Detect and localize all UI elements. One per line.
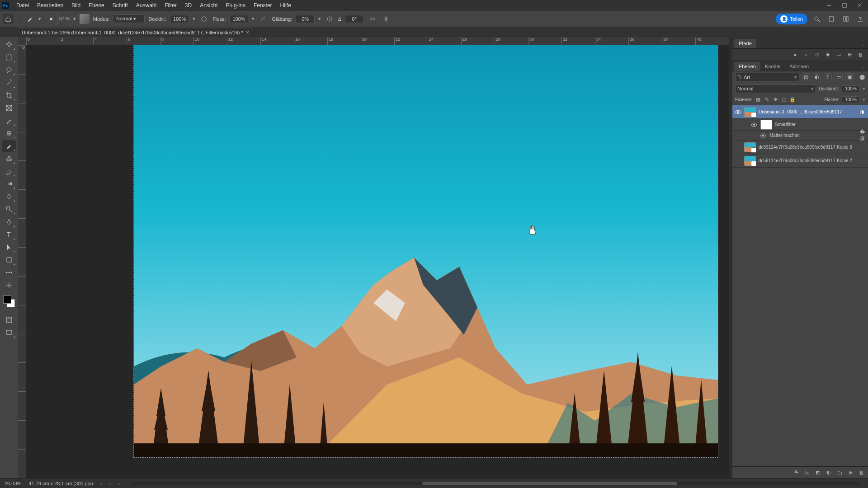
arrange-icon[interactable] bbox=[841, 14, 851, 24]
menu-plugins[interactable]: Plug-ins bbox=[222, 0, 249, 10]
opacity-input[interactable]: 100% bbox=[170, 15, 189, 23]
delete-path-icon[interactable]: 🗑 bbox=[857, 52, 863, 58]
fx-icon[interactable]: fx bbox=[804, 469, 810, 476]
tab-pfade[interactable]: Pfade bbox=[734, 39, 756, 48]
layer-name[interactable]: dc59124e7f79a08c3bca509fec5d9117 Kopie 2 bbox=[759, 158, 866, 163]
menu-filter[interactable]: Filter bbox=[161, 0, 180, 10]
add-mask-icon[interactable]: ◩ bbox=[815, 469, 821, 476]
menu-ebene[interactable]: Ebene bbox=[85, 0, 108, 10]
layer-opacity-input[interactable]: 100% bbox=[842, 85, 860, 92]
pressure-size-icon[interactable] bbox=[368, 14, 377, 24]
panel-divider[interactable] bbox=[729, 37, 732, 478]
minimize-button[interactable] bbox=[823, 1, 835, 10]
blend-mode-select[interactable]: Normal ▾ bbox=[113, 14, 145, 23]
brush-tool[interactable] bbox=[2, 140, 16, 152]
filter-name[interactable]: Matter machen bbox=[769, 133, 857, 138]
delete-layer-icon[interactable]: 🗑 bbox=[858, 469, 864, 476]
menu-hilfe[interactable]: Hilfe bbox=[277, 0, 295, 10]
quickmask-button[interactable] bbox=[2, 314, 16, 326]
visibility-toggle[interactable] bbox=[750, 122, 758, 127]
airbrush-icon[interactable] bbox=[258, 14, 268, 24]
filter-pixel-icon[interactable]: ▧ bbox=[802, 73, 810, 81]
tab-close-icon[interactable]: × bbox=[246, 29, 249, 36]
status-nav-left-icon[interactable]: ‹ bbox=[109, 481, 111, 486]
document-canvas[interactable] bbox=[134, 45, 718, 457]
document-tab[interactable]: Unbenannt-1 bei 26% (Unbenannt-1_0000_dc… bbox=[18, 28, 253, 37]
layer-row[interactable]: Unbenannt-1_0000_...3bca509fec5d9117 ◑ bbox=[732, 105, 868, 119]
eyedropper-tool[interactable] bbox=[2, 115, 16, 127]
eraser-tool[interactable] bbox=[2, 165, 16, 177]
tab-kanaele[interactable]: Kanäle bbox=[760, 62, 785, 71]
edit-toolbar[interactable] bbox=[2, 279, 16, 291]
frame-tool[interactable] bbox=[2, 102, 16, 114]
ruler-origin[interactable] bbox=[18, 37, 26, 45]
ruler-horizontal[interactable]: 0246810121416182022242628303234363840 bbox=[26, 37, 729, 45]
menu-ansicht[interactable]: Ansicht bbox=[196, 0, 221, 10]
path-select-tool[interactable] bbox=[2, 241, 16, 253]
tab-ebenen[interactable]: Ebenen bbox=[734, 62, 760, 71]
type-tool[interactable]: T bbox=[2, 229, 16, 240]
color-swatches[interactable] bbox=[2, 295, 16, 308]
ruler-vertical[interactable]: 0 bbox=[18, 45, 26, 478]
export-icon[interactable] bbox=[855, 14, 865, 24]
layer-fill-input[interactable]: 100% bbox=[842, 96, 860, 103]
menu-bearbeiten[interactable]: Bearbeiten bbox=[33, 0, 67, 10]
status-arrow-icon[interactable]: › bbox=[100, 481, 102, 486]
new-path-icon[interactable]: ⊞ bbox=[846, 52, 853, 58]
new-group-icon[interactable]: 🗀 bbox=[836, 469, 843, 476]
filter-shape-icon[interactable]: ▭ bbox=[835, 73, 843, 81]
filter-smart-icon[interactable]: ▣ bbox=[845, 73, 854, 81]
link-layers-icon[interactable]: ⥱ bbox=[793, 469, 799, 476]
gradient-tool[interactable] bbox=[2, 178, 16, 190]
blendmode-select[interactable]: Normal▾ bbox=[735, 84, 816, 93]
lock-all-icon[interactable]: 🔒 bbox=[789, 97, 796, 103]
menu-auswahl[interactable]: Auswahl bbox=[132, 0, 160, 10]
maximize-button[interactable] bbox=[838, 1, 851, 10]
tool-preset-picker[interactable] bbox=[25, 14, 35, 24]
filter-options-icon[interactable]: �扊 bbox=[860, 129, 866, 142]
horizontal-scrollbar[interactable] bbox=[132, 482, 859, 485]
pen-tool[interactable] bbox=[2, 216, 16, 228]
path-to-selection-icon[interactable]: ◇ bbox=[814, 52, 820, 58]
filter-adjust-icon[interactable]: ◐ bbox=[813, 73, 821, 81]
crop-tool[interactable] bbox=[2, 89, 16, 101]
flow-input[interactable]: 100% bbox=[229, 15, 248, 23]
menu-datei[interactable]: Datei bbox=[13, 0, 33, 10]
menu-bild[interactable]: Bild bbox=[68, 0, 84, 10]
symmetry-icon[interactable] bbox=[381, 14, 391, 24]
visibility-toggle[interactable] bbox=[760, 133, 767, 138]
lasso-tool[interactable] bbox=[2, 64, 16, 76]
add-mask-icon[interactable]: ▭ bbox=[835, 52, 842, 58]
layer-row[interactable]: Matter machen �扊 bbox=[732, 131, 868, 141]
layer-row[interactable]: dc59124e7f79a08c3bca509fec5d9117 Kopie 3 bbox=[732, 141, 868, 154]
shape-tool[interactable] bbox=[2, 254, 16, 266]
filter-type-icon[interactable]: T bbox=[824, 73, 832, 81]
visibility-toggle[interactable] bbox=[734, 110, 741, 114]
marquee-tool[interactable] bbox=[2, 52, 16, 63]
lock-transparent-icon[interactable]: ▦ bbox=[755, 97, 761, 103]
panel-menu-icon[interactable]: ≡ bbox=[860, 42, 866, 48]
layer-thumbnail[interactable] bbox=[744, 107, 756, 117]
menu-fenster[interactable]: Fenster bbox=[250, 0, 276, 10]
close-button[interactable] bbox=[854, 1, 866, 10]
smartfilter-icon[interactable]: ◑ bbox=[860, 109, 866, 115]
filter-toggle-icon[interactable]: ⬤ bbox=[859, 74, 865, 80]
layer-name[interactable]: Unbenannt-1_0000_...3bca509fec5d9117 bbox=[759, 109, 857, 114]
more-tools[interactable] bbox=[2, 267, 16, 278]
screenmode-button[interactable] bbox=[2, 327, 16, 338]
layer-thumbnail[interactable] bbox=[744, 156, 756, 166]
smoothing-input[interactable]: 0% bbox=[296, 15, 315, 23]
filter-mask-thumbnail[interactable] bbox=[760, 120, 772, 130]
home-button[interactable] bbox=[3, 14, 14, 24]
angle-input[interactable]: 0° bbox=[345, 15, 364, 23]
layer-row[interactable]: dc59124e7f79a08c3bca509fec5d9117 Kopie 2 bbox=[732, 154, 868, 168]
fill-path-icon[interactable]: ● bbox=[792, 52, 798, 58]
adjustment-layer-icon[interactable]: ◐ bbox=[826, 469, 832, 476]
wand-tool[interactable] bbox=[2, 77, 16, 89]
selection-to-path-icon[interactable]: ◆ bbox=[825, 52, 831, 58]
status-nav-right-icon[interactable]: › bbox=[118, 481, 120, 486]
search-icon[interactable] bbox=[812, 14, 822, 24]
zoom-level[interactable]: 26,03% bbox=[5, 481, 21, 486]
menu-3d[interactable]: 3D bbox=[181, 0, 195, 10]
dodge-tool[interactable] bbox=[2, 203, 16, 215]
